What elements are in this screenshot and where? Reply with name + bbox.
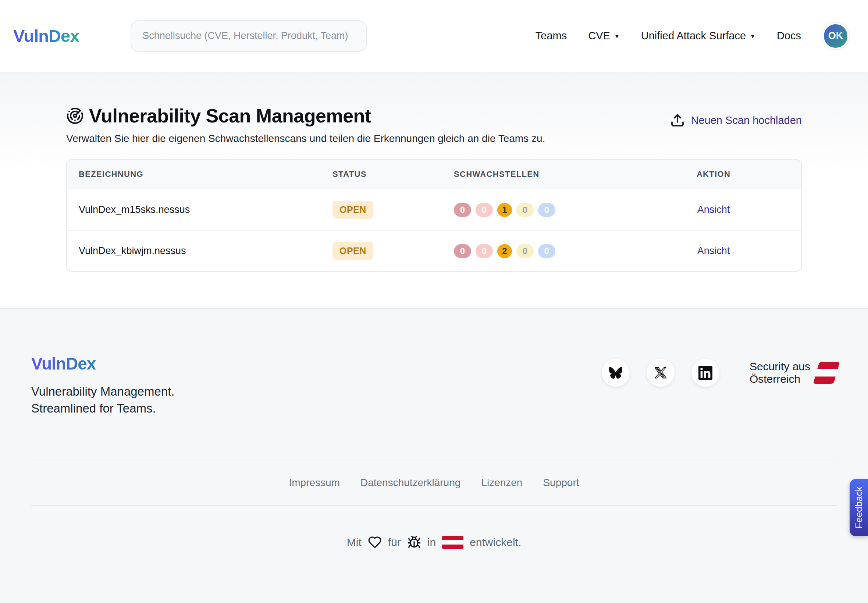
table-header-row: BEZEICHNUNGSTATUSSCHWACHSTELLENAKTION — [67, 160, 801, 189]
made-with-line: Mit für in entwickelt. — [31, 535, 837, 549]
nav-item-teams[interactable]: Teams — [535, 30, 567, 42]
nav-item-cve[interactable]: CVE▼ — [588, 30, 620, 42]
table-body: VulnDex_m15sks.nessusOPEN00100AnsichtVul… — [67, 189, 801, 271]
scan-table: BEZEICHNUNGSTATUSSCHWACHSTELLENAKTION Vu… — [66, 159, 802, 272]
footer-social-block: Security aus Österreich — [602, 354, 837, 387]
nav-item-label: Teams — [535, 30, 567, 42]
severity-pill-high: 0 — [475, 203, 493, 217]
status-cell: OPEN — [321, 242, 442, 260]
status-cell: OPEN — [321, 201, 442, 219]
column-header: STATUS — [321, 170, 442, 179]
nav-item-label: CVE — [588, 30, 610, 42]
bluesky-icon — [609, 366, 622, 379]
chevron-down-icon: ▼ — [614, 33, 620, 39]
severity-cell: 00200 — [442, 244, 626, 258]
severity-pill-low: 0 — [517, 203, 534, 217]
table-row: VulnDex_m15sks.nessusOPEN00100Ansicht — [67, 189, 801, 230]
nav-item-label: Docs — [777, 30, 801, 42]
page-title: Vulnerability Scan Management — [89, 105, 371, 127]
footer-tagline: Vulnerability Management. Streamlined fo… — [31, 383, 175, 417]
x-twitter-icon — [654, 367, 667, 379]
title-row: Vulnerability Scan Management — [66, 105, 545, 127]
footer-brand-logo[interactable]: VulnDex — [31, 354, 96, 374]
radar-scan-icon — [66, 107, 84, 125]
scan-name: VulnDex_m15sks.nessus — [67, 204, 321, 215]
heart-icon — [368, 535, 382, 549]
footer-link-datenschutzerklärung[interactable]: Datenschutzerklärung — [361, 477, 461, 489]
severity-pill-critical: 0 — [454, 203, 471, 217]
feedback-button[interactable]: Feedback — [849, 479, 868, 536]
made-with-text: entwickelt. — [470, 536, 521, 549]
column-header: AKTION — [626, 170, 801, 179]
footer-link-lizenzen[interactable]: Lizenzen — [481, 477, 522, 489]
severity-pill-high: 0 — [475, 244, 493, 258]
view-link[interactable]: Ansicht — [697, 204, 730, 215]
footer-top: VulnDex Vulnerability Management. Stream… — [31, 354, 837, 417]
search-input[interactable] — [131, 20, 367, 52]
bug-icon — [407, 535, 421, 549]
austria-flag-icon — [442, 536, 463, 549]
footer-link-impressum[interactable]: Impressum — [289, 477, 339, 489]
made-with-text: für — [388, 536, 401, 549]
x-twitter-button[interactable] — [647, 359, 675, 387]
main-content: Vulnerability Scan Management Verwalten … — [0, 73, 868, 308]
action-cell: Ansicht — [626, 204, 801, 215]
view-link[interactable]: Ansicht — [697, 245, 730, 256]
footer: VulnDex Vulnerability Management. Stream… — [0, 308, 868, 603]
severity-pill-critical: 0 — [454, 244, 471, 258]
severity-pill-medium: 1 — [497, 203, 512, 217]
security-badge-line: Österreich — [750, 373, 810, 385]
linkedin-icon — [698, 366, 712, 380]
status-badge: OPEN — [333, 242, 373, 260]
nav-item-label: Unified Attack Surface — [641, 30, 746, 42]
footer-links: ImpressumDatenschutzerklärungLizenzenSup… — [31, 460, 837, 505]
made-with-text: in — [427, 536, 436, 549]
page-header: Vulnerability Scan Management Verwalten … — [66, 105, 802, 144]
column-header: SCHWACHSTELLEN — [442, 170, 626, 179]
linkedin-button[interactable] — [692, 359, 719, 387]
austria-flag-icon — [813, 362, 840, 384]
footer-brand-block: VulnDex Vulnerability Management. Stream… — [31, 354, 175, 417]
chevron-down-icon: ▼ — [750, 33, 755, 39]
nav-item-docs[interactable]: Docs — [777, 30, 801, 42]
footer-link-support[interactable]: Support — [543, 477, 579, 489]
bluesky-button[interactable] — [602, 359, 630, 387]
security-badge-text: Security aus Österreich — [750, 360, 810, 385]
nav-menu: TeamsCVE▼Unified Attack Surface▼Docs — [535, 30, 801, 42]
brand-logo[interactable]: VulnDex — [13, 26, 79, 46]
page-subtitle: Verwalten Sie hier die eigenen Schwachst… — [66, 133, 545, 144]
page-header-left: Vulnerability Scan Management Verwalten … — [66, 105, 545, 144]
tagline-line: Vulnerability Management. — [31, 383, 175, 400]
severity-pill-info: 0 — [538, 203, 555, 217]
severity-pill-medium: 2 — [497, 244, 512, 258]
upload-icon — [670, 113, 685, 128]
upload-label: Neuen Scan hochladen — [691, 114, 802, 127]
nav-item-unified-attack-surface[interactable]: Unified Attack Surface▼ — [641, 30, 755, 42]
table-row: VulnDex_kbiwjm.nessusOPEN00200Ansicht — [67, 230, 801, 271]
action-cell: Ansicht — [626, 245, 801, 257]
status-badge: OPEN — [333, 201, 373, 219]
severity-pill-info: 0 — [538, 244, 555, 258]
made-with-text: Mit — [347, 536, 362, 549]
scan-name: VulnDex_kbiwjm.nessus — [67, 245, 321, 257]
column-header: BEZEICHNUNG — [67, 170, 321, 179]
top-navbar: VulnDex TeamsCVE▼Unified Attack Surface▼… — [0, 0, 868, 73]
user-avatar[interactable]: OK — [824, 24, 847, 48]
tagline-line: Streamlined for Teams. — [31, 400, 175, 417]
upload-scan-button[interactable]: Neuen Scan hochladen — [670, 113, 802, 128]
security-austria-badge: Security aus Österreich — [750, 360, 837, 385]
divider — [31, 505, 837, 506]
severity-pill-low: 0 — [517, 244, 534, 258]
security-badge-line: Security aus — [750, 360, 810, 373]
feedback-label: Feedback — [853, 487, 865, 528]
severity-cell: 00100 — [442, 203, 626, 217]
